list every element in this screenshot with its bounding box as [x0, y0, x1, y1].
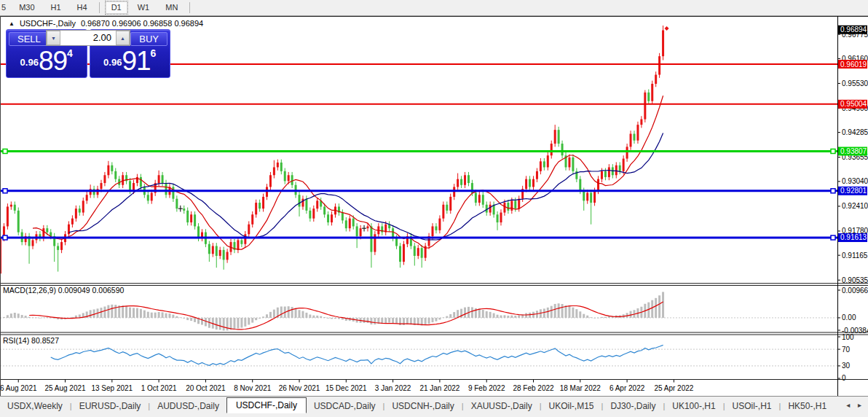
collapse-panel-icon[interactable]: ▲	[9, 20, 15, 27]
sell-price-big: 89	[39, 46, 67, 76]
level-line-handle[interactable]	[831, 235, 835, 240]
price-axis-tick-label: 0.93040	[842, 177, 868, 185]
level-line-handle[interactable]	[831, 189, 835, 193]
timeframe-button-d1[interactable]: D1	[105, 1, 128, 15]
level-line-handle[interactable]	[3, 235, 7, 240]
level-line-handle[interactable]	[3, 149, 7, 153]
sell-price-pip: 4	[67, 47, 73, 59]
date-axis-label: 15 Dec 2021	[326, 384, 367, 392]
level-line-handle[interactable]	[831, 149, 835, 153]
date-axis-label: 13 Sep 2021	[91, 384, 133, 392]
buy-price-big: 91	[122, 46, 150, 76]
volume-decrease-button[interactable]: ▼	[47, 31, 60, 45]
toolbar-separator	[189, 2, 190, 13]
buy-button[interactable]: BUY	[130, 32, 167, 46]
one-click-trading-panel: SELL 0.96894 BUY 0.96916 ▼ 2.00 ▲	[6, 29, 170, 78]
chart-tab-audusd-daily[interactable]: AUDUSD-,Daily	[150, 399, 226, 413]
date-axis-label: 9 Feb 2022	[468, 384, 505, 392]
macd-axis-tick-label: 0.00	[842, 313, 856, 321]
mt4-window: 5M30H1H4D1W1MN 0.967750.961600.955300.94…	[0, 0, 868, 417]
chart-tab-eurusd-daily[interactable]: EURUSD-,Daily	[72, 399, 149, 413]
date-axis-label: 6 Apr 2022	[609, 384, 645, 392]
macd-indicator-label: MACD(12,26,9) 0.009049 0.006590	[3, 286, 125, 295]
buy-price-pip: 6	[151, 47, 157, 59]
timeframe-button-h4[interactable]: H4	[71, 1, 94, 15]
rsi-axis-tick-label: 100	[842, 333, 854, 341]
volume-spinner: ▼ 2.00 ▲	[46, 30, 130, 46]
volume-input[interactable]: 2.00	[60, 31, 116, 45]
toolbar-separator	[99, 2, 100, 13]
chart-tab-ukoil-m15[interactable]: UKOil-,M15	[542, 399, 601, 413]
timeframe-toolbar: 5M30H1H4D1W1MN	[0, 0, 868, 16]
buy-price-prefix: 0.96	[103, 57, 122, 68]
chart-tab-xauusd-daily[interactable]: XAUUSD-,Daily	[464, 399, 540, 413]
date-axis-label: 3 Jan 2022	[375, 384, 411, 392]
buy-price: 0.96916	[90, 46, 170, 77]
chart-tab-usoil-h1[interactable]: USOil-,H1	[725, 399, 779, 413]
timeframe-button-h1[interactable]: H1	[44, 1, 68, 15]
price-axis-tick-label: 0.94285	[842, 128, 868, 136]
rsi-axis-tick-label: 0	[842, 374, 846, 382]
chart-tab-dj30-daily[interactable]: DJ30-,Daily	[603, 399, 663, 413]
level-price-label: 0.91613	[840, 233, 867, 241]
rsi-axis-tick-label: 70	[842, 346, 851, 354]
date-axis-label: 26 Nov 2021	[279, 384, 320, 392]
date-axis-label: 25 Apr 2022	[654, 384, 693, 392]
level-price-label: 0.95004	[840, 100, 867, 108]
date-axis-label: 6 Aug 2021	[0, 384, 37, 392]
level-price-label: 0.93807	[840, 147, 867, 155]
date-axis-label: 8 Nov 2021	[234, 384, 272, 392]
chart-tabs-bar: USDX,Weekly|EURUSD-,Daily|AUDUSD-,DailyU…	[0, 396, 868, 417]
date-axis-label: 20 Oct 2021	[186, 384, 226, 392]
macd-axis-tick-label: 0.009663	[842, 287, 868, 295]
symbol-period-label: USDCHF-,Daily	[20, 19, 76, 28]
tab-scroll-arrows[interactable]: ◂ ▸	[846, 401, 864, 409]
timeframe-button-mn[interactable]: MN	[159, 1, 184, 15]
timeframe-button-w1[interactable]: W1	[131, 1, 157, 15]
level-price-label: 0.96019	[840, 61, 867, 69]
chart-tab-hk50-h1[interactable]: HK50-,H1	[781, 399, 834, 413]
sell-price: 0.96894	[7, 46, 87, 77]
price-axis-tick-label: 0.92410	[842, 202, 868, 210]
sell-button[interactable]: SELL	[9, 32, 50, 46]
rsi-indicator-label: RSI(14) 80.8527	[3, 336, 59, 345]
date-axis-label: 18 Mar 2022	[560, 384, 601, 392]
timeframe-button-m30[interactable]: M30	[12, 1, 41, 15]
level-price-label: 0.92801	[840, 187, 867, 195]
price-axis-tick-label: 0.95530	[842, 79, 868, 87]
current-price-label: 0.96894	[840, 26, 867, 34]
chart-tab-usdcnh-daily[interactable]: USDCNH-,Daily	[384, 399, 461, 413]
date-axis-label: 1 Oct 2021	[141, 384, 177, 392]
date-axis-label: 21 Jan 2022	[419, 384, 459, 392]
chart-tab-uk100-h1[interactable]: UK100-,H1	[665, 399, 722, 413]
volume-increase-button[interactable]: ▲	[116, 31, 130, 45]
rsi-axis-tick-label: 30	[842, 362, 851, 370]
date-axis-label: 25 Aug 2021	[44, 384, 86, 392]
spin-up-icon: ▲	[120, 36, 125, 41]
timeframe-button-5[interactable]: 5	[0, 1, 9, 15]
chart-tab-usdcad-daily[interactable]: USDCAD-,Daily	[307, 399, 383, 413]
level-line-handle[interactable]	[3, 189, 7, 193]
sell-price-prefix: 0.96	[20, 57, 39, 68]
chart-tab-usdchf-daily[interactable]: USDCHF-,Daily	[226, 397, 307, 413]
price-axis-tick-label: 0.90535	[842, 276, 868, 284]
ohlc-values: 0.96870 0.96906 0.96858 0.96894	[81, 19, 203, 28]
chart-title: ▲ USDCHF-,Daily 0.96870 0.96906 0.96858 …	[7, 19, 205, 28]
price-axis-tick-label: 0.91165	[842, 252, 868, 260]
date-axis-label: 28 Feb 2022	[513, 384, 554, 392]
spin-down-icon: ▼	[51, 36, 56, 41]
chart-tab-usdx-weekly[interactable]: USDX,Weekly	[0, 399, 70, 413]
